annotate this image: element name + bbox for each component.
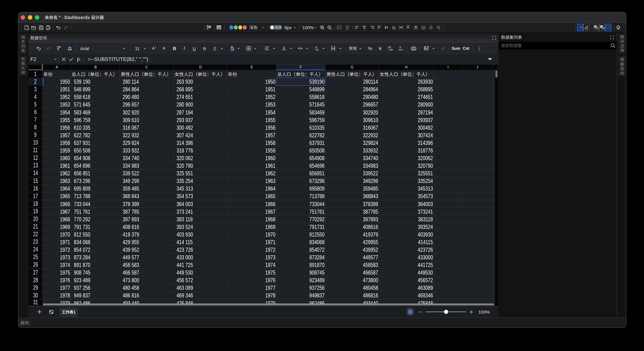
svg-text:+: + xyxy=(155,46,156,48)
svg-text:文: 文 xyxy=(602,27,604,29)
svg-text:.0: .0 xyxy=(399,46,401,49)
svg-text:OS: OS xyxy=(607,26,609,28)
svg-text:-: - xyxy=(166,46,166,49)
svg-text:A: A xyxy=(315,46,318,49)
svg-text:A: A xyxy=(162,46,165,50)
svg-text:A: A xyxy=(152,46,155,50)
svg-text:En: En xyxy=(596,27,598,29)
svg-text:.00: .00 xyxy=(387,46,391,49)
svg-text:A: A xyxy=(214,46,216,50)
